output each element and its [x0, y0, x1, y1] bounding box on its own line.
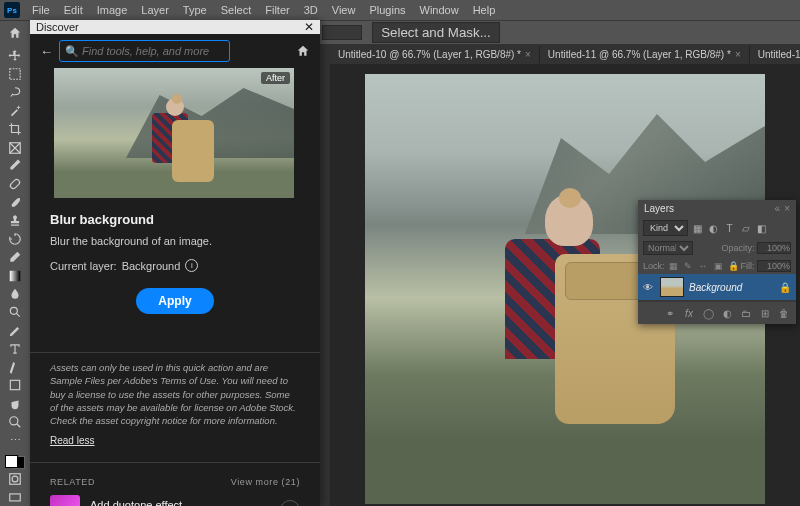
menu-file[interactable]: File [26, 2, 56, 18]
info-icon[interactable]: i [280, 500, 300, 506]
svg-rect-9 [10, 494, 21, 501]
apply-button[interactable]: Apply [136, 288, 213, 314]
healing-tool-icon[interactable] [4, 176, 26, 192]
close-icon[interactable]: × [735, 49, 741, 60]
lock-pixels-icon[interactable]: ✎ [682, 259, 695, 272]
group-icon[interactable]: 🗀 [739, 306, 753, 320]
menubar: Ps File Edit Image Layer Type Select Fil… [0, 0, 800, 20]
filter-adjust-icon[interactable]: ◐ [707, 222, 720, 235]
current-layer-value: Background [122, 260, 181, 272]
type-tool-icon[interactable] [4, 341, 26, 357]
link-layers-icon[interactable]: ⚭ [663, 306, 677, 320]
layer-thumb [660, 277, 684, 297]
fill-input[interactable] [757, 260, 791, 272]
opacity-input[interactable] [757, 242, 791, 254]
marquee-tool-icon[interactable] [4, 66, 26, 82]
filter-kind-select[interactable]: Kind [643, 220, 688, 236]
pen-tool-icon[interactable] [4, 322, 26, 338]
lock-trans-icon[interactable]: ▦ [667, 259, 680, 272]
menu-view[interactable]: View [326, 2, 362, 18]
filter-type-icon[interactable]: T [723, 222, 736, 235]
eyedropper-tool-icon[interactable] [4, 158, 26, 174]
read-less-link[interactable]: Read less [30, 435, 320, 454]
filter-pixel-icon[interactable]: ▦ [691, 222, 704, 235]
visibility-icon[interactable]: 👁 [643, 282, 655, 293]
lock-icon[interactable]: 🔒 [779, 282, 791, 293]
close-icon[interactable]: ✕ [304, 20, 314, 34]
related-thumb [50, 495, 80, 506]
home-icon[interactable] [6, 24, 24, 42]
document-tabs: Untitled-10 @ 66.7% (Layer 1, RGB/8#) *×… [330, 44, 800, 64]
blend-mode-select[interactable]: Normal [643, 241, 693, 255]
color-swatches[interactable] [5, 455, 25, 470]
close-icon[interactable]: × [525, 49, 531, 60]
lock-all-icon[interactable]: 🔒 [727, 259, 740, 272]
layers-title: Layers [644, 203, 674, 214]
new-layer-icon[interactable]: ⊞ [758, 306, 772, 320]
fg-swatch[interactable] [5, 455, 18, 468]
blur-tool-icon[interactable] [4, 286, 26, 302]
screenmode-icon[interactable] [4, 490, 26, 506]
delete-layer-icon[interactable]: 🗑 [777, 306, 791, 320]
menu-layer[interactable]: Layer [135, 2, 175, 18]
menu-window[interactable]: Window [414, 2, 465, 18]
filter-smart-icon[interactable]: ◧ [755, 222, 768, 235]
svg-rect-5 [10, 381, 19, 390]
shape-tool-icon[interactable] [4, 377, 26, 393]
dodge-tool-icon[interactable] [4, 304, 26, 320]
layer-row[interactable]: 👁 Background 🔒 [638, 274, 796, 300]
gradient-tool-icon[interactable] [4, 268, 26, 284]
lasso-tool-icon[interactable] [4, 85, 26, 101]
menu-select[interactable]: Select [215, 2, 258, 18]
frame-tool-icon[interactable] [4, 139, 26, 155]
filter-shape-icon[interactable]: ▱ [739, 222, 752, 235]
hand-tool-icon[interactable] [4, 396, 26, 412]
related-item[interactable]: Add duotone effect Quick action i [30, 491, 320, 506]
menu-type[interactable]: Type [177, 2, 213, 18]
tab-doc-2[interactable]: Untitled-11 @ 66.7% (Layer 1, RGB/8#) *× [540, 46, 750, 63]
back-icon[interactable]: ← [40, 44, 53, 59]
svg-rect-3 [10, 270, 21, 281]
lock-artboard-icon[interactable]: ▣ [712, 259, 725, 272]
search-input[interactable] [59, 40, 230, 62]
path-tool-icon[interactable] [4, 359, 26, 375]
menu-3d[interactable]: 3D [298, 2, 324, 18]
select-and-mask-button[interactable]: Select and Mask... [372, 22, 500, 43]
fx-icon[interactable]: fx [682, 306, 696, 320]
quickmask-icon[interactable] [4, 471, 26, 487]
eraser-tool-icon[interactable] [4, 249, 26, 265]
zoom-tool-icon[interactable] [4, 414, 26, 430]
collapse-icon[interactable]: « [775, 203, 781, 214]
svg-point-8 [12, 477, 18, 483]
crop-tool-icon[interactable] [4, 121, 26, 137]
brush-tool-icon[interactable] [4, 194, 26, 210]
tab-doc-1[interactable]: Untitled-10 @ 66.7% (Layer 1, RGB/8#) *× [330, 46, 540, 63]
layer-name[interactable]: Background [689, 282, 774, 293]
stamp-tool-icon[interactable] [4, 213, 26, 229]
view-more-link[interactable]: View more (21) [231, 477, 300, 487]
search-icon: 🔍 [65, 45, 79, 58]
wand-tool-icon[interactable] [4, 103, 26, 119]
move-tool-icon[interactable] [4, 48, 26, 64]
app-logo: Ps [4, 2, 20, 18]
lock-position-icon[interactable]: ↔ [697, 259, 710, 272]
lock-label: Lock: [643, 261, 665, 271]
edit-toolbar-icon[interactable]: ⋯ [4, 432, 26, 448]
history-brush-icon[interactable] [4, 231, 26, 247]
menu-help[interactable]: Help [467, 2, 502, 18]
info-icon[interactable]: i [185, 259, 198, 272]
home-icon[interactable] [296, 44, 310, 58]
discover-title: Discover [36, 21, 79, 33]
menu-filter[interactable]: Filter [259, 2, 295, 18]
close-icon[interactable]: × [784, 203, 790, 214]
mask-icon[interactable]: ◯ [701, 306, 715, 320]
adjustment-icon[interactable]: ◐ [720, 306, 734, 320]
tab-doc-3[interactable]: Untitled-12 @ 71.9% (Layer 0, RGB/8) *× [750, 46, 800, 63]
menu-plugins[interactable]: Plugins [363, 2, 411, 18]
menu-edit[interactable]: Edit [58, 2, 89, 18]
layers-panel: Layers «× Kind ▦ ◐ T ▱ ◧ Normal Opacity:… [638, 200, 796, 324]
svg-rect-0 [10, 69, 21, 80]
height-input[interactable] [322, 25, 362, 40]
menu-image[interactable]: Image [91, 2, 134, 18]
discover-panel: Discover ✕ ← 🔍 After Blur background Blu… [30, 20, 320, 506]
